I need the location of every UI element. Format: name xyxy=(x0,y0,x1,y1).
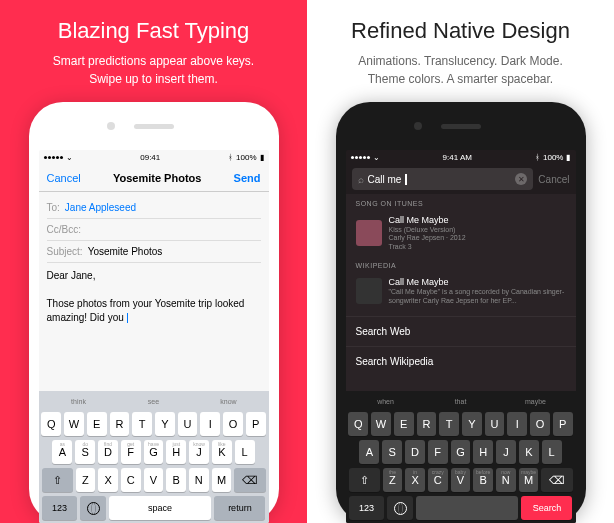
key-j[interactable]: Jknow xyxy=(189,440,209,464)
key-x[interactable]: Xin xyxy=(405,468,425,492)
search-key[interactable]: Search xyxy=(521,496,572,520)
result-title: Call Me Maybe xyxy=(389,215,566,225)
key-u[interactable]: U xyxy=(178,412,198,436)
search-web-row[interactable]: Search Web xyxy=(346,316,576,346)
key-n[interactable]: N xyxy=(189,468,209,492)
result-itunes[interactable]: Call Me Maybe Kiss (Deluxe Version) Carl… xyxy=(346,210,576,256)
prediction[interactable]: think xyxy=(43,394,115,408)
key-p[interactable]: P xyxy=(553,412,573,436)
globe-key[interactable] xyxy=(80,496,106,520)
subject-field[interactable]: Subject: Yosemite Photos xyxy=(47,241,261,263)
clear-icon[interactable]: ✕ xyxy=(515,173,527,185)
key-m[interactable]: M xyxy=(212,468,232,492)
numbers-key[interactable]: 123 xyxy=(42,496,78,520)
to-value: Jane Appleseed xyxy=(65,202,136,213)
numbers-key[interactable]: 123 xyxy=(349,496,385,520)
key-k[interactable]: K xyxy=(519,440,539,464)
key-a[interactable]: Aas xyxy=(52,440,72,464)
key-h[interactable]: Hjust xyxy=(166,440,186,464)
key-q[interactable]: Q xyxy=(348,412,368,436)
prediction[interactable]: when xyxy=(350,394,422,408)
key-i[interactable]: I xyxy=(507,412,527,436)
key-f[interactable]: Fget xyxy=(121,440,141,464)
key-t[interactable]: T xyxy=(439,412,459,436)
key-i[interactable]: I xyxy=(200,412,220,436)
shift-key[interactable]: ⇧ xyxy=(42,468,73,492)
compose-form: To: Jane Appleseed Cc/Bcc: Subject: Yose… xyxy=(39,192,269,336)
key-d[interactable]: D xyxy=(405,440,425,464)
key-u[interactable]: U xyxy=(485,412,505,436)
prediction[interactable]: maybe xyxy=(500,394,572,408)
key-e[interactable]: E xyxy=(394,412,414,436)
key-r[interactable]: R xyxy=(110,412,130,436)
cancel-button[interactable]: Cancel xyxy=(47,172,81,184)
key-l[interactable]: L xyxy=(542,440,562,464)
key-w[interactable]: W xyxy=(371,412,391,436)
key-t[interactable]: T xyxy=(132,412,152,436)
prediction[interactable]: that xyxy=(425,394,497,408)
key-r[interactable]: R xyxy=(417,412,437,436)
key-v[interactable]: V xyxy=(144,468,164,492)
backspace-key[interactable]: ⌫ xyxy=(541,468,572,492)
key-s[interactable]: S xyxy=(382,440,402,464)
key-y[interactable]: Y xyxy=(462,412,482,436)
key-v[interactable]: Vbaby xyxy=(451,468,471,492)
key-b[interactable]: B xyxy=(166,468,186,492)
key-d[interactable]: Dfind xyxy=(98,440,118,464)
key-s[interactable]: Sdo xyxy=(75,440,95,464)
key-a[interactable]: A xyxy=(359,440,379,464)
mail-body[interactable]: Dear Jane, Those photos from your Yosemi… xyxy=(47,263,261,331)
send-button[interactable]: Send xyxy=(234,172,261,184)
key-x[interactable]: X xyxy=(98,468,118,492)
key-row-4: 123 Search xyxy=(349,496,573,520)
iphone-white: ⌄ 09:41 ᚼ 100% ▮ Cancel Yosemite Photos … xyxy=(29,102,279,523)
key-f[interactable]: F xyxy=(428,440,448,464)
key-h[interactable]: H xyxy=(473,440,493,464)
key-e[interactable]: E xyxy=(87,412,107,436)
keyboard-dark: when that maybe QWERTYUIOP ASDFGHJKL ⇧ Z… xyxy=(346,391,576,523)
search-wikipedia-row[interactable]: Search Wikipedia xyxy=(346,346,576,376)
key-c[interactable]: C xyxy=(121,468,141,492)
globe-key[interactable] xyxy=(387,496,413,520)
prediction[interactable]: know xyxy=(193,394,265,408)
key-w[interactable]: W xyxy=(64,412,84,436)
result-subtitle: "Call Me Maybe" is a song recorded by Ca… xyxy=(389,288,566,305)
key-y[interactable]: Y xyxy=(155,412,175,436)
cc-field[interactable]: Cc/Bcc: xyxy=(47,219,261,241)
search-query: Call me xyxy=(368,174,402,185)
key-n[interactable]: Nnow xyxy=(496,468,516,492)
key-row-2: ASDFGHJKL xyxy=(349,440,573,464)
shift-key[interactable]: ⇧ xyxy=(349,468,380,492)
key-m[interactable]: Mmaybe xyxy=(519,468,539,492)
return-key[interactable]: return xyxy=(214,496,265,520)
key-o[interactable]: O xyxy=(530,412,550,436)
status-bar: ⌄ 09:41 ᚼ 100% ▮ xyxy=(39,150,269,164)
to-field[interactable]: To: Jane Appleseed xyxy=(47,197,261,219)
subtitle-right: Animations. Translucency. Dark Mode. The… xyxy=(358,52,563,88)
key-o[interactable]: O xyxy=(223,412,243,436)
camera-dot xyxy=(414,122,422,130)
key-k[interactable]: Klike xyxy=(212,440,232,464)
result-wikipedia[interactable]: Call Me Maybe "Call Me Maybe" is a song … xyxy=(346,272,576,310)
key-l[interactable]: L xyxy=(235,440,255,464)
key-g[interactable]: Ghave xyxy=(144,440,164,464)
key-j[interactable]: J xyxy=(496,440,516,464)
key-z[interactable]: Zthe xyxy=(383,468,403,492)
key-p[interactable]: P xyxy=(246,412,266,436)
album-art-icon xyxy=(356,220,382,246)
key-z[interactable]: Z xyxy=(76,468,96,492)
key-q[interactable]: Q xyxy=(41,412,61,436)
result-title: Call Me Maybe xyxy=(389,277,566,287)
key-c[interactable]: Ccrazy xyxy=(428,468,448,492)
key-g[interactable]: G xyxy=(451,440,471,464)
prediction[interactable]: see xyxy=(118,394,190,408)
section-header-wikipedia: WIKIPEDIA xyxy=(346,256,576,272)
speaker-slot xyxy=(134,124,174,129)
cancel-button[interactable]: Cancel xyxy=(538,174,569,185)
space-key[interactable] xyxy=(416,496,518,520)
key-b[interactable]: Bbefore xyxy=(473,468,493,492)
backspace-key[interactable]: ⌫ xyxy=(234,468,265,492)
space-key[interactable]: space xyxy=(109,496,211,520)
signal-icon xyxy=(351,156,370,159)
search-input[interactable]: ⌕ Call me ✕ xyxy=(352,168,534,190)
